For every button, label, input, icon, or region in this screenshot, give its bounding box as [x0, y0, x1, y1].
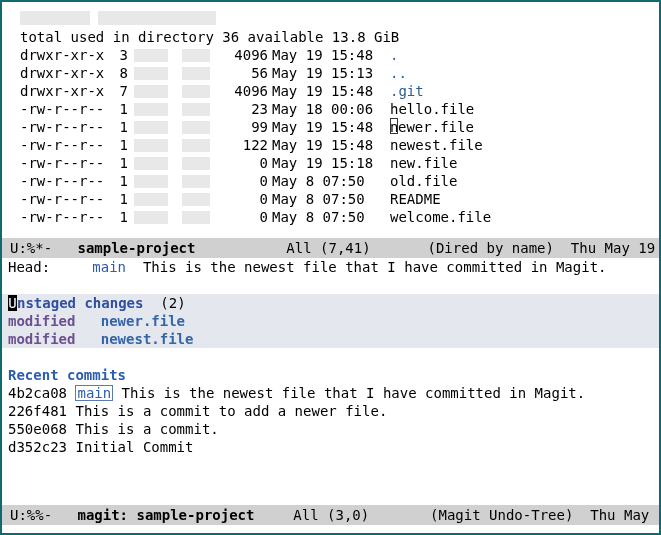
dired-buffer[interactable]: total used in directory 36 available 13.… — [2, 2, 659, 226]
commit-msg: This is the newest file that I have comm… — [122, 385, 586, 401]
file-name[interactable]: README — [390, 191, 441, 207]
link-count: 1 — [110, 208, 128, 226]
dired-row[interactable]: -rw-r--r--1 0 May 19 15:18 new.file — [2, 154, 659, 172]
magit-unstaged-header[interactable]: Unstaged changes (2) — [2, 294, 659, 312]
dired-path-line — [2, 8, 659, 26]
modeline-buffer-name: sample-project — [77, 240, 195, 256]
date: May 8 07:50 — [272, 172, 390, 190]
status-label: modified — [8, 313, 75, 329]
commit-sha: 226f481 — [8, 403, 67, 419]
link-count: 7 — [110, 82, 128, 100]
file[interactable]: newest.file — [101, 331, 194, 347]
file-name[interactable]: welcome.file — [390, 209, 491, 225]
commit-msg: This is a commit to add a newer file. — [75, 403, 387, 419]
commit-row[interactable]: d352c23 Initial Commit — [2, 438, 659, 456]
link-count: 8 — [110, 64, 128, 82]
modeline-magit: U:%%- magit: sample-project All (3,0) (M… — [2, 505, 659, 525]
link-count: 1 — [110, 154, 128, 172]
link-count: 1 — [110, 190, 128, 208]
file-name[interactable]: old.file — [390, 173, 457, 189]
dir-link[interactable]: . — [390, 47, 398, 63]
unstaged-count: (2) — [160, 295, 185, 311]
date: May 19 15:13 — [272, 64, 390, 82]
file-name[interactable]: new.file — [390, 155, 457, 171]
dired-row[interactable]: -rw-r--r--1 0 May 8 07:50 README — [2, 190, 659, 208]
modeline-mode: (Dired by name) — [428, 240, 554, 256]
perm: drwxr-xr-x — [20, 64, 110, 82]
dired-row[interactable]: -rw-r--r--1 99 May 19 15:48 newer.file — [2, 118, 659, 136]
commit-msg: Initial Commit — [75, 439, 193, 455]
perm: -rw-r--r-- — [20, 100, 110, 118]
blank-line — [2, 276, 659, 294]
dired-row[interactable]: drwxr-xr-x3 4096 May 19 15:48 . — [2, 46, 659, 64]
modeline-clock: Thu May 19 15 — [571, 240, 659, 256]
magit-recent-header[interactable]: Recent commits — [2, 366, 659, 384]
size: 0 — [220, 172, 268, 190]
commit-row[interactable]: 4b2ca08 main This is the newest file tha… — [2, 384, 659, 402]
file-name[interactable]: newest.file — [390, 137, 483, 153]
modeline-flags: U:%%- — [10, 507, 52, 523]
perm: -rw-r--r-- — [20, 208, 110, 226]
link-count: 1 — [110, 136, 128, 154]
link-count: 1 — [110, 100, 128, 118]
dir-link[interactable]: .git — [390, 83, 424, 99]
dired-row[interactable]: -rw-r--r--1 23 May 18 00:06 hello.file — [2, 100, 659, 118]
dired-row[interactable]: drwxr-xr-x8 56 May 19 15:13 .. — [2, 64, 659, 82]
dired-row[interactable]: drwxr-xr-x7 4096 May 19 15:48 .git — [2, 82, 659, 100]
magit-head-branch: main — [92, 259, 126, 275]
date: May 19 15:18 — [272, 154, 390, 172]
commit-msg: This is a commit. — [75, 421, 218, 437]
date: May 19 15:48 — [272, 46, 390, 64]
branch-badge: main — [75, 385, 113, 401]
unstaged-file-row[interactable]: modified newer.file — [2, 312, 659, 330]
file[interactable]: newer.file — [101, 313, 185, 329]
modeline-dired: U:%*- sample-project All (7,41) (Dired b… — [2, 238, 659, 258]
magit-head-msg: This is the newest file that I have comm… — [143, 259, 607, 275]
date: May 8 07:50 — [272, 190, 390, 208]
file-name[interactable]: newer.file — [390, 119, 474, 135]
perm: -rw-r--r-- — [20, 136, 110, 154]
magit-head-line: Head: main This is the newest file that … — [2, 258, 659, 276]
size: 4096 — [220, 46, 268, 64]
dir-link[interactable]: .. — [390, 65, 407, 81]
date: May 18 00:06 — [272, 100, 390, 118]
modeline-position: All (7,41) — [286, 240, 370, 256]
size: 56 — [220, 64, 268, 82]
modeline-clock: Thu May — [590, 507, 649, 523]
size: 4096 — [220, 82, 268, 100]
perm: -rw-r--r-- — [20, 118, 110, 136]
size: 0 — [220, 154, 268, 172]
perm: -rw-r--r-- — [20, 172, 110, 190]
magit-status-buffer[interactable]: Head: main This is the newest file that … — [2, 258, 659, 456]
modeline-position: All (3,0) — [293, 507, 369, 523]
size: 0 — [220, 190, 268, 208]
block-cursor: U — [8, 295, 17, 311]
dired-summary: total used in directory 36 available 13.… — [2, 28, 659, 46]
date: May 19 15:48 — [272, 82, 390, 100]
dired-row[interactable]: -rw-r--r--1 0 May 8 07:50 old.file — [2, 172, 659, 190]
link-count: 1 — [110, 118, 128, 136]
size: 122 — [220, 136, 268, 154]
perm: -rw-r--r-- — [20, 190, 110, 208]
commit-sha: 4b2ca08 — [8, 385, 67, 401]
modeline-buffer-name: magit: sample-project — [77, 507, 254, 523]
modeline-flags: U:%*- — [10, 240, 52, 256]
perm: -rw-r--r-- — [20, 154, 110, 172]
dired-row[interactable]: -rw-r--r--1 0 May 8 07:50 welcome.file — [2, 208, 659, 226]
perm: drwxr-xr-x — [20, 46, 110, 64]
size: 0 — [220, 208, 268, 226]
size: 23 — [220, 100, 268, 118]
commit-row[interactable]: 550e068 This is a commit. — [2, 420, 659, 438]
date: May 8 07:50 — [272, 208, 390, 226]
dired-row[interactable]: -rw-r--r--1 122 May 19 15:48 newest.file — [2, 136, 659, 154]
commit-sha: d352c23 — [8, 439, 67, 455]
perm: drwxr-xr-x — [20, 82, 110, 100]
unstaged-file-row[interactable]: modified newest.file — [2, 330, 659, 348]
size: 99 — [220, 118, 268, 136]
commit-row[interactable]: 226f481 This is a commit to add a newer … — [2, 402, 659, 420]
date: May 19 15:48 — [272, 118, 390, 136]
status-label: modified — [8, 331, 75, 347]
modeline-mode: (Magit Undo-Tree) — [430, 507, 573, 523]
file-name[interactable]: hello.file — [390, 101, 474, 117]
dired-listing: drwxr-xr-x3 4096 May 19 15:48 .drwxr-xr-… — [2, 46, 659, 226]
